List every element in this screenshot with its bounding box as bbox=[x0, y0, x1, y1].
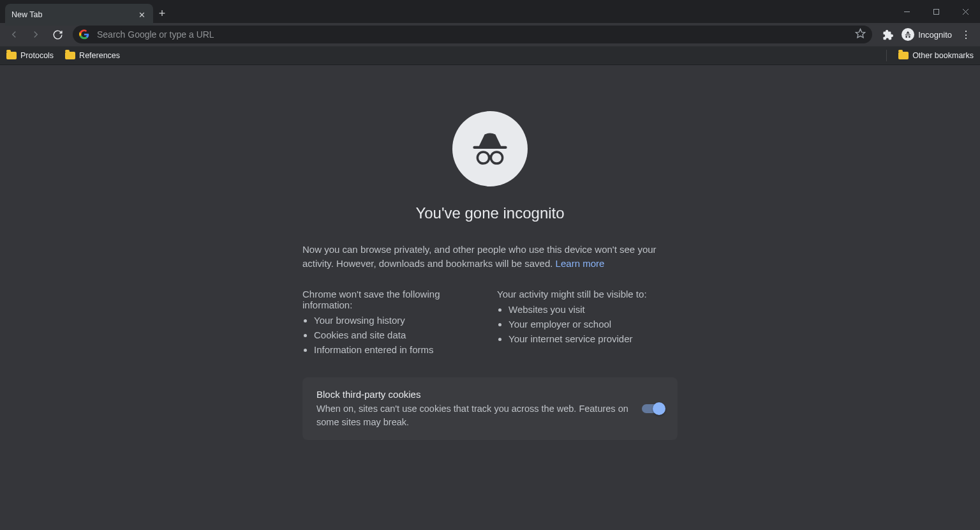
bookmark-folder[interactable]: Protocols bbox=[6, 51, 54, 60]
incognito-profile-chip[interactable]: Incognito bbox=[899, 26, 954, 43]
bookmark-label: Protocols bbox=[20, 51, 54, 60]
svg-point-7 bbox=[491, 152, 502, 163]
other-bookmarks-button[interactable]: Other bookmarks bbox=[898, 51, 974, 60]
incognito-hero-icon bbox=[452, 111, 528, 186]
visible-to-heading: Your activity might still be visible to: bbox=[497, 289, 678, 299]
maximize-button[interactable] bbox=[921, 0, 951, 23]
titlebar: New Tab ✕ + bbox=[0, 0, 980, 23]
page-content: You've gone incognito Now you can browse… bbox=[0, 65, 980, 530]
divider bbox=[886, 50, 887, 61]
block-cookies-card: Block third-party cookies When on, sites… bbox=[302, 377, 678, 440]
extensions-button[interactable] bbox=[877, 25, 898, 44]
omnibox[interactable] bbox=[73, 26, 872, 43]
intro-line-2: However, downloads and bookmarks will be… bbox=[336, 258, 553, 269]
profile-label: Incognito bbox=[918, 30, 952, 40]
list-item: Websites you visit bbox=[509, 303, 678, 316]
wont-save-heading: Chrome won't save the following informat… bbox=[302, 289, 483, 310]
svg-rect-5 bbox=[473, 146, 507, 149]
list-item: Your internet service provider bbox=[509, 333, 678, 345]
toolbar: Incognito ⋮ bbox=[0, 23, 980, 46]
bookmarks-bar: Protocols References Other bookmarks bbox=[0, 46, 980, 65]
intro-text: Now you can browse privately, and other … bbox=[302, 243, 678, 271]
list-item: Your browsing history bbox=[314, 314, 483, 327]
new-tab-button[interactable]: + bbox=[153, 4, 171, 23]
list-item: Your employer or school bbox=[509, 318, 678, 331]
incognito-badge-icon bbox=[902, 28, 914, 41]
svg-rect-1 bbox=[933, 9, 939, 14]
info-columns: Chrome won't save the following informat… bbox=[302, 289, 678, 359]
back-button[interactable] bbox=[4, 25, 24, 44]
cookie-card-title: Block third-party cookies bbox=[316, 389, 629, 400]
list-item: Cookies and site data bbox=[314, 329, 483, 342]
other-bookmarks-label: Other bookmarks bbox=[912, 51, 974, 60]
cookie-card-subtitle: When on, sites can't use cookies that tr… bbox=[316, 402, 629, 428]
forward-button[interactable] bbox=[26, 25, 46, 44]
list-item: Information entered in forms bbox=[314, 344, 483, 356]
browser-tab[interactable]: New Tab ✕ bbox=[5, 4, 153, 26]
body-block: Now you can browse privately, and other … bbox=[302, 243, 678, 440]
close-tab-icon[interactable]: ✕ bbox=[137, 10, 147, 20]
svg-marker-4 bbox=[856, 29, 865, 37]
block-cookies-toggle[interactable] bbox=[642, 404, 664, 413]
folder-icon bbox=[898, 52, 909, 59]
folder-icon bbox=[65, 52, 75, 59]
visible-to-column: Your activity might still be visible to:… bbox=[497, 289, 678, 359]
close-window-button[interactable] bbox=[951, 0, 980, 23]
toggle-knob-icon bbox=[653, 402, 665, 415]
folder-icon bbox=[6, 52, 17, 59]
omnibox-input[interactable] bbox=[96, 29, 849, 40]
bookmark-star-icon[interactable] bbox=[855, 28, 866, 42]
page-title: You've gone incognito bbox=[415, 204, 564, 222]
reload-button[interactable] bbox=[47, 25, 68, 44]
svg-point-6 bbox=[477, 152, 489, 163]
minimize-button[interactable] bbox=[892, 0, 921, 23]
google-icon bbox=[79, 29, 89, 40]
bookmark-folder[interactable]: References bbox=[65, 51, 120, 60]
bookmark-label: References bbox=[79, 51, 120, 60]
wont-save-column: Chrome won't save the following informat… bbox=[302, 289, 483, 359]
window-controls bbox=[892, 0, 980, 23]
chrome-menu-button[interactable]: ⋮ bbox=[956, 25, 976, 44]
tab-title: New Tab bbox=[11, 10, 132, 19]
learn-more-link[interactable]: Learn more bbox=[556, 258, 605, 269]
